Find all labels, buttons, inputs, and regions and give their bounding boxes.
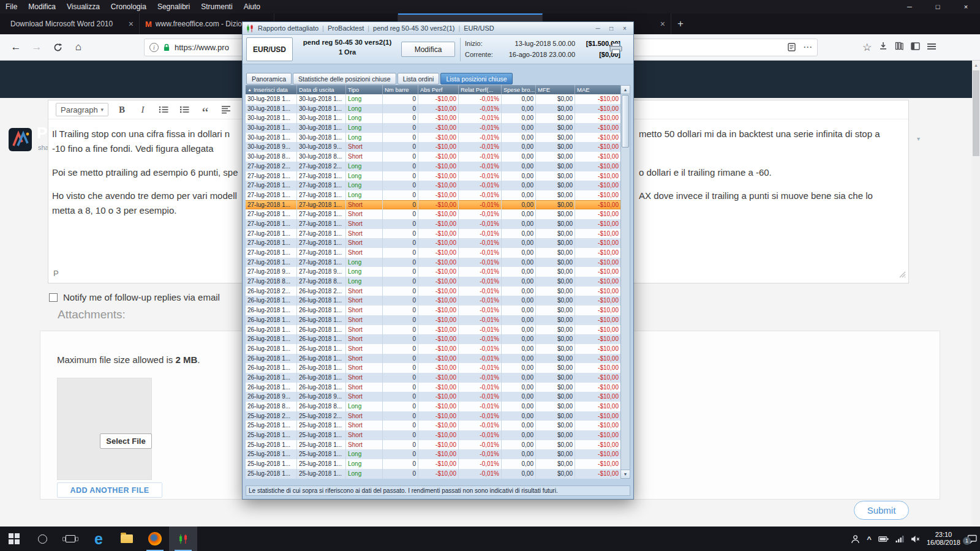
table-row[interactable]: 25-lug-2018 2...25-lug-2018 2...Short0-$… (246, 411, 620, 421)
menu-item-file[interactable]: File (0, 0, 23, 13)
battery-icon[interactable] (878, 536, 889, 542)
people-icon[interactable] (851, 534, 860, 544)
column-header[interactable]: Abs Perf (418, 85, 459, 95)
table-row[interactable]: 27-lug-2018 8...27-lug-2018 8...Long0-$1… (246, 277, 620, 287)
bookmark-star-icon[interactable]: ☆ (862, 41, 872, 54)
tab-close-button[interactable]: × (660, 19, 665, 29)
page-scrollbar-thumb[interactable] (973, 70, 979, 156)
table-row[interactable]: 25-lug-2018 1...25-lug-2018 1...Long0-$1… (246, 469, 620, 479)
file-explorer-taskbar-button[interactable] (113, 527, 141, 551)
window-minimize-button[interactable]: ─ (895, 0, 924, 13)
column-header[interactable]: Data di uscita (297, 85, 346, 95)
column-header[interactable]: ▲Inserisci data (246, 85, 297, 95)
volume-icon[interactable] (911, 535, 920, 543)
sidebar-icon[interactable] (911, 42, 920, 53)
table-row[interactable]: 27-lug-2018 1...27-lug-2018 1...Long0-$1… (246, 190, 620, 200)
table-row[interactable]: 25-lug-2018 1...25-lug-2018 1...Short0-$… (246, 430, 620, 440)
report-tab[interactable]: Lista posizioni chiuse (440, 73, 512, 84)
table-row[interactable]: 26-lug-2018 1...26-lug-2018 1...Short0-$… (246, 315, 620, 325)
window-close-button[interactable]: × (952, 0, 980, 13)
table-row[interactable]: 27-lug-2018 1...27-lug-2018 1...Short0-$… (246, 229, 620, 239)
editor-resize-handle[interactable] (899, 269, 906, 280)
instrument-button[interactable]: EUR/USD (246, 37, 293, 61)
table-row[interactable]: 30-lug-2018 1...30-lug-2018 1...Long0-$1… (246, 113, 620, 123)
blockquote-button[interactable]: “ (198, 102, 213, 117)
page-scrollbar[interactable]: ▲ (972, 61, 980, 525)
table-row[interactable]: 27-lug-2018 1...27-lug-2018 1...Long0-$1… (246, 171, 620, 181)
menu-item-aiuto[interactable]: Aiuto (238, 0, 266, 13)
report-close-button[interactable]: × (620, 24, 630, 33)
table-scrollbar[interactable]: ▲ ▼ (620, 85, 630, 479)
table-row[interactable]: 27-lug-2018 1...27-lug-2018 1...Long0-$1… (246, 181, 620, 190)
table-row[interactable]: 25-lug-2018 1...25-lug-2018 1...Long0-$1… (246, 459, 620, 469)
table-row[interactable]: 25-lug-2018 1...25-lug-2018 1...Short0-$… (246, 440, 620, 450)
reload-button[interactable] (49, 39, 66, 56)
table-row[interactable]: 26-lug-2018 1...26-lug-2018 1...Short0-$… (246, 373, 620, 383)
select-file-button[interactable]: Select File (100, 433, 152, 449)
reader-mode-icon[interactable] (788, 43, 796, 51)
modify-button[interactable]: Modifica (401, 42, 455, 57)
table-row[interactable]: 26-lug-2018 1...26-lug-2018 1...Short0-$… (246, 296, 620, 305)
account-caret-icon[interactable]: ▾ (917, 135, 920, 142)
column-header[interactable]: Tipo (346, 85, 383, 95)
table-row[interactable]: 27-lug-2018 2...27-lug-2018 2...Long0-$1… (246, 162, 620, 171)
table-row[interactable]: 26-lug-2018 1...26-lug-2018 1...Short0-$… (246, 363, 620, 373)
table-row[interactable]: 26-lug-2018 1...26-lug-2018 1...Short0-$… (246, 334, 620, 344)
hamburger-menu-icon[interactable] (927, 42, 936, 53)
report-minimize-button[interactable]: ─ (593, 24, 603, 33)
table-scrollbar-thumb[interactable] (622, 95, 629, 148)
table-row[interactable]: 27-lug-2018 9...27-lug-2018 9...Long0-$1… (246, 267, 620, 277)
action-center-button[interactable]: 1 (967, 534, 978, 544)
scroll-up-icon[interactable]: ▲ (972, 61, 980, 69)
table-scroll-down-icon[interactable]: ▼ (621, 470, 630, 478)
column-header[interactable]: MAE (575, 85, 620, 95)
tab-close-button[interactable]: × (129, 19, 134, 29)
prorealcode-logo-icon[interactable] (9, 128, 32, 154)
table-row[interactable]: 27-lug-2018 1...27-lug-2018 1...Short0-$… (246, 238, 620, 248)
report-titlebar[interactable]: Rapporto dettagliato|ProBacktest|pend re… (243, 22, 633, 35)
table-row[interactable]: 26-lug-2018 1...26-lug-2018 1...Short0-$… (246, 325, 620, 335)
table-row[interactable]: 26-lug-2018 1...26-lug-2018 1...Short0-$… (246, 354, 620, 364)
report-maximize-button[interactable]: □ (606, 24, 616, 33)
align-left-button[interactable] (219, 102, 233, 117)
table-row[interactable]: 26-lug-2018 2...26-lug-2018 2...Short0-$… (246, 287, 620, 296)
table-row[interactable]: 27-lug-2018 1...27-lug-2018 1...Short0-$… (246, 209, 620, 219)
menu-item-modifica[interactable]: Modifica (23, 0, 61, 13)
table-row[interactable]: 27-lug-2018 1...27-lug-2018 1...Short0-$… (246, 219, 620, 229)
column-header[interactable]: Spese bro... (502, 85, 536, 95)
table-row[interactable]: 30-lug-2018 1...30-lug-2018 1...Long0-$1… (246, 133, 620, 143)
page-actions-menu-icon[interactable]: ⋯ (803, 42, 812, 53)
table-row[interactable]: 27-lug-2018 1...27-lug-2018 1...Short0-$… (246, 248, 620, 258)
column-header[interactable]: MFE (536, 85, 575, 95)
start-button[interactable] (0, 527, 28, 551)
print-button[interactable] (609, 43, 622, 57)
italic-button[interactable]: I (135, 102, 150, 117)
add-another-file-button[interactable]: ADD ANOTHER FILE (57, 482, 162, 498)
table-row[interactable]: 25-lug-2018 1...25-lug-2018 1...Short0-$… (246, 421, 620, 430)
show-hidden-icons-button[interactable]: ^ (867, 534, 872, 544)
network-icon[interactable] (895, 535, 904, 542)
table-row[interactable]: 27-lug-2018 1...27-lug-2018 1...Short0-$… (246, 200, 620, 210)
menu-item-strumenti[interactable]: Strumenti (195, 0, 238, 13)
edge-taskbar-button[interactable]: e (85, 527, 113, 551)
table-row[interactable]: 30-lug-2018 1...30-lug-2018 1...Long0-$1… (246, 104, 620, 114)
menu-item-cronologia[interactable]: Cronologia (105, 0, 152, 13)
forward-button[interactable]: → (28, 39, 45, 56)
paragraph-format-select[interactable]: Paragraph ▾ (56, 103, 108, 116)
table-row[interactable]: 26-lug-2018 1...26-lug-2018 1...Short0-$… (246, 344, 620, 354)
browser-tab[interactable]: Download Microsoft Word 2010× (5, 13, 140, 34)
table-row[interactable]: 26-lug-2018 9...26-lug-2018 9...Short0-$… (246, 392, 620, 402)
column-header[interactable]: Relat Perf(... (459, 85, 502, 95)
taskbar-clock[interactable]: 23:10 16/08/2018 (927, 531, 960, 547)
window-maximize-button[interactable]: □ (924, 0, 952, 13)
menu-item-visualizza[interactable]: Visualizza (61, 0, 105, 13)
report-tab[interactable]: Lista ordini (398, 73, 440, 84)
table-row[interactable]: 30-lug-2018 1...30-lug-2018 1...Long0-$1… (246, 123, 620, 133)
table-row[interactable]: 27-lug-2018 1...27-lug-2018 1...Long0-$1… (246, 258, 620, 268)
report-tab[interactable]: Statistiche delle posizioni chiuse (293, 73, 396, 84)
table-row[interactable]: 25-lug-2018 1...25-lug-2018 1...Long0-$1… (246, 449, 620, 459)
report-tab[interactable]: Panoramica (246, 73, 292, 84)
prorealtime-taskbar-button[interactable] (169, 527, 197, 551)
table-row[interactable]: 26-lug-2018 1...26-lug-2018 1...Short0-$… (246, 305, 620, 315)
new-tab-button[interactable]: + (671, 13, 690, 34)
